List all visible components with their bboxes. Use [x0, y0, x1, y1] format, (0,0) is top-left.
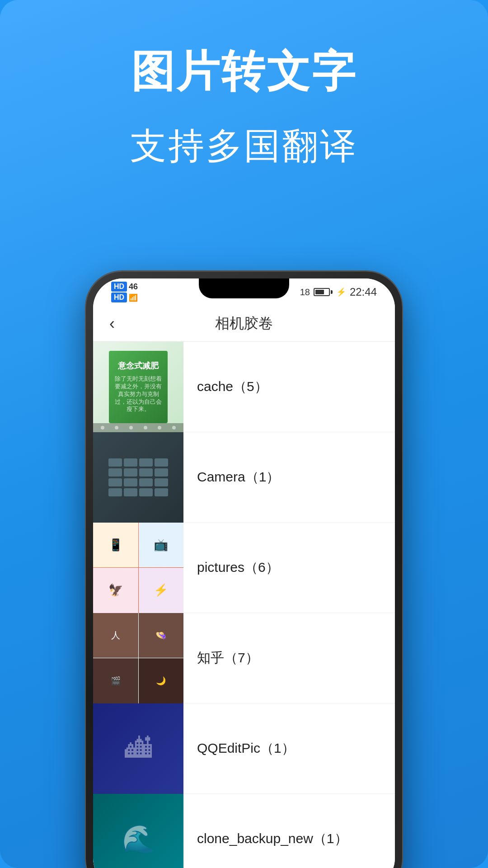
- phone-notch: [199, 278, 289, 298]
- list-item[interactable]: 意念式减肥 除了无时无刻想着要减之外，并没有真实努力与克制过，还以为自己会瘦下来…: [93, 342, 395, 432]
- hero-title-line2: 支持多国翻译: [0, 124, 488, 168]
- album-info-cache: cache（5）: [183, 377, 395, 396]
- list-item[interactable]: 人 👒 🎬 🌙 知乎（7）: [93, 613, 395, 703]
- thumb-cell-4: ⚡: [139, 568, 184, 613]
- status-signal-2: HD 📶: [111, 292, 138, 302]
- album-info-camera: Camera（1）: [183, 468, 395, 486]
- zhihu-cell-3: 🎬: [93, 658, 138, 703]
- album-name-cache: cache（5）: [197, 379, 268, 394]
- battery-icon: [314, 288, 333, 296]
- thumb-cell-3: 🦅: [93, 568, 138, 613]
- phone-outer-shell: HD 46 HD 📶 18: [86, 271, 402, 868]
- network-type: 46: [129, 282, 138, 292]
- album-name-zhihu: 知乎（7）: [197, 650, 259, 665]
- list-item[interactable]: 🌊 clone_backup_new（1）: [93, 794, 395, 868]
- album-name-camera: Camera（1）: [197, 469, 280, 484]
- thumb-cell-1: 📱: [93, 523, 138, 568]
- list-item[interactable]: Camera（1）: [93, 432, 395, 523]
- battery-body: [314, 288, 330, 296]
- status-right: 18 ⚡ 22:44: [300, 286, 377, 298]
- nav-bar: ‹ 相机胶卷: [93, 306, 395, 342]
- album-thumb-zhihu: 人 👒 🎬 🌙: [93, 613, 183, 703]
- album-thumb-clone: 🌊: [93, 794, 183, 868]
- album-name-qq: QQEditPic（1）: [197, 741, 295, 755]
- battery-level: 18: [300, 287, 310, 297]
- time-display: 22:44: [350, 286, 377, 298]
- hero-section: 图片转文字 支持多国翻译: [0, 45, 488, 168]
- album-info-zhihu: 知乎（7）: [183, 649, 395, 667]
- album-thumb-camera: [93, 432, 183, 523]
- zhihu-cell-2: 👒: [139, 613, 184, 658]
- list-item[interactable]: 🏙 QQEditPic（1）: [93, 703, 395, 794]
- album-info-qq: QQEditPic（1）: [183, 739, 395, 758]
- album-thumb-cache: 意念式减肥 除了无时无刻想着要减之外，并没有真实努力与克制过，还以为自己会瘦下来…: [93, 342, 183, 432]
- phone-mockup: HD 46 HD 📶 18: [86, 271, 402, 868]
- album-name-clone: clone_backup_new（1）: [197, 831, 348, 846]
- back-button[interactable]: ‹: [109, 314, 115, 333]
- album-thumb-pictures: 📱 📺 🦅 ⚡: [93, 523, 183, 613]
- bolt-icon: ⚡: [336, 287, 346, 297]
- album-thumb-qq: 🏙: [93, 703, 183, 794]
- hd-badge-2: HD: [111, 292, 127, 302]
- network-icon: 📶: [129, 293, 138, 302]
- battery-fill: [315, 290, 324, 294]
- phone-screen: HD 46 HD 📶 18: [93, 278, 395, 868]
- status-signal: HD 46: [111, 282, 138, 292]
- album-info-pictures: pictures（6）: [183, 558, 395, 577]
- album-info-clone: clone_backup_new（1）: [183, 830, 395, 848]
- zhihu-cell-4: 🌙: [139, 658, 184, 703]
- zhihu-cell-1: 人: [93, 613, 138, 658]
- album-list: 意念式减肥 除了无时无刻想着要减之外，并没有真实努力与克制过，还以为自己会瘦下来…: [93, 342, 395, 868]
- hero-title-line1: 图片转文字: [0, 45, 488, 97]
- list-item[interactable]: 📱 📺 🦅 ⚡ pictures（6）: [93, 523, 395, 613]
- hd-badge-1: HD: [111, 282, 127, 292]
- nav-title: 相机胶卷: [215, 314, 273, 334]
- thumb-cell-2: 📺: [139, 523, 184, 568]
- battery-tip: [331, 290, 333, 294]
- album-name-pictures: pictures（6）: [197, 560, 279, 575]
- status-left: HD 46 HD 📶: [111, 282, 138, 302]
